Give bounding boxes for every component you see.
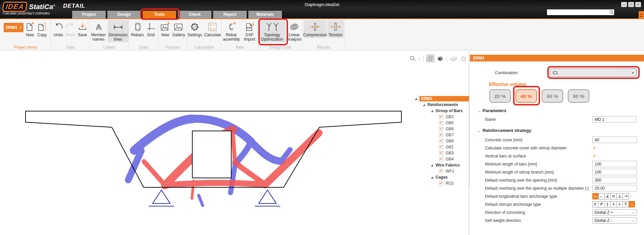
rebar-assembly-button[interactable]: Rebar assembly (222, 20, 241, 42)
name-input[interactable] (592, 116, 637, 123)
concrete-cover-input[interactable] (592, 137, 637, 143)
tree-item[interactable]: ◢ ✓ Group of Bars (414, 108, 469, 114)
tree-expander-icon[interactable]: ◢ (423, 103, 428, 106)
stirrup-option-bend-icon[interactable]: ⌈ (604, 201, 611, 207)
ribbon-tab[interactable]: Tools (143, 11, 176, 18)
tree-checkbox[interactable]: ✓ (439, 115, 443, 119)
stirrup-option-hook-icon[interactable]: ↱ (598, 201, 605, 207)
wireframe-view-button[interactable] (426, 55, 434, 62)
close-button[interactable]: × (635, 2, 641, 7)
project-item-selector[interactable]: DRM1 ▾ (4, 23, 24, 32)
anchorage-option-bend-icon[interactable]: ∠ (604, 193, 611, 199)
redo-button[interactable]: Redo (65, 20, 76, 38)
tree-checkbox[interactable]: ✓ (439, 145, 443, 149)
tree-item[interactable]: ◢ ✓ RO1 (414, 180, 469, 186)
more-options-arrow-icon[interactable]: › (630, 194, 631, 198)
stirrup-option-leg-icon[interactable]: ⊦ (616, 201, 623, 207)
copy-project-item-button[interactable]: Copy (36, 20, 48, 38)
topology-optimization-button[interactable]: Topology Optimization (259, 20, 286, 42)
grid-button[interactable]: Grid (145, 20, 157, 38)
anchorage-option-straight-icon[interactable]: — (592, 193, 599, 199)
tree-item[interactable]: ◢ ✓ Reinforcements (414, 102, 469, 108)
member-names-button[interactable]: A Member names (90, 20, 107, 42)
ribbon-tab[interactable]: Report (213, 11, 247, 18)
section-chevron-icon[interactable]: ⌄ (478, 109, 481, 113)
stirrup-option-closed-icon[interactable]: ∩ (629, 201, 635, 207)
min-bar-length-input[interactable] (592, 161, 637, 167)
volume-button[interactable]: 80 % (568, 89, 589, 103)
tree-item[interactable]: ◢ ✓ GB8 (414, 138, 469, 144)
tree-expander-icon[interactable]: ◢ (415, 97, 419, 100)
cover-with-stirrup-checkbox[interactable]: ✓ (593, 145, 596, 150)
tree-checkbox[interactable]: ✓ (439, 133, 443, 137)
save-button[interactable]: Save (77, 20, 88, 38)
tree-checkbox[interactable]: ✓ (439, 151, 443, 155)
rebars-button[interactable]: Rebars (130, 20, 145, 38)
tree-item[interactable]: ◢ ✓ GB7 (414, 132, 469, 138)
tree-item[interactable]: ◢ ✓ GB4 (414, 156, 469, 162)
tree-item[interactable]: ◢ ✓ GB6 (414, 126, 469, 132)
linear-analysis-button[interactable]: Linear Analysis (286, 20, 302, 42)
tree-item[interactable]: ◢ ✓ DRM1 (414, 96, 469, 102)
tree-expander-icon[interactable]: ◢ (431, 164, 436, 167)
user-badge[interactable] (639, 11, 644, 19)
tree-checkbox[interactable]: ✓ (439, 157, 443, 161)
dxf-import-button[interactable]: DXF DXF Import (242, 20, 258, 42)
ribbon-tab[interactable]: Materials (248, 11, 282, 18)
section-chevron-icon[interactable]: ⌄ (478, 129, 481, 133)
search-input[interactable] (547, 10, 609, 15)
stirrup-option-tee-icon[interactable]: ⊤ (623, 201, 629, 207)
home-view-button[interactable] (459, 55, 467, 62)
calculate-button[interactable]: + − × ÷ Calculate (203, 20, 221, 38)
anchorage-option-hook-icon[interactable]: ⌐ (598, 193, 605, 199)
anchorage-option-loop-icon[interactable]: ⊂ (610, 193, 617, 199)
clipping-view-button[interactable] (450, 55, 458, 62)
tree-item[interactable]: ◢ ✓ Cages (414, 174, 469, 180)
overhang-opening-input[interactable] (592, 177, 637, 183)
ribbon-tab[interactable]: Check (178, 11, 211, 18)
gallery-button[interactable]: Gallery (171, 20, 186, 38)
maximize-button[interactable]: □ (628, 2, 634, 7)
volume-button[interactable]: 40 % (515, 89, 537, 103)
tree-expander-icon[interactable]: ◢ (431, 176, 436, 179)
ribbon-tab[interactable]: Design (107, 11, 141, 18)
minimize-button[interactable]: – (621, 2, 627, 7)
model-canvas[interactable]: ⌄ (0, 50, 469, 235)
tree-checkbox[interactable]: ✓ (439, 139, 443, 143)
overhang-multiple-input[interactable] (592, 185, 637, 191)
tree-item[interactable]: ◢ ✓ GB2 (414, 114, 469, 120)
stirrup-option-double-hook-icon[interactable]: ⇂ (610, 201, 617, 207)
zoom-dropdown-chevron-icon[interactable]: ⌄ (418, 57, 420, 60)
tree-item[interactable]: ◢ ✓ GB1 (414, 144, 469, 150)
tension-button[interactable]: Tension (327, 20, 344, 38)
min-stirrup-branch-input[interactable] (592, 169, 637, 175)
combination-select[interactable]: C1 ▾ (550, 68, 637, 77)
settings-button[interactable]: </> Settings (187, 20, 203, 38)
volume-button[interactable]: 60 % (542, 89, 563, 103)
concreting-direction-select[interactable]: Global Z + ⌄ (592, 209, 637, 216)
search-box[interactable] (547, 9, 614, 15)
compression-button[interactable]: Compression (304, 20, 327, 38)
tree-item[interactable]: ◢ ✓ GB3 (414, 150, 469, 156)
tree-item[interactable]: ◢ ✓ WF1 (414, 168, 469, 174)
anchorage-option-head-icon[interactable]: ⊥ (616, 193, 623, 199)
new-picture-button[interactable]: New (159, 20, 171, 38)
tree-checkbox[interactable]: ✓ (439, 169, 443, 174)
stirrup-option-corner-icon[interactable]: Γ (592, 201, 599, 207)
vertical-bars-checkbox[interactable]: ✓ (593, 153, 596, 158)
tree-expander-icon[interactable]: ◢ (431, 109, 436, 112)
solid-view-button[interactable] (436, 55, 444, 62)
volume-button[interactable]: 20 % (489, 89, 511, 103)
tree-checkbox[interactable]: ✓ (439, 121, 443, 125)
dimension-lines-button[interactable]: Dimension lines (108, 20, 129, 42)
self-weight-direction-select[interactable]: Global Z - ⌄ (592, 217, 637, 224)
tree-checkbox[interactable]: ✓ (439, 127, 443, 131)
tree-item[interactable]: ◢ ✓ GB5 (414, 120, 469, 126)
zoom-tool-button[interactable] (409, 55, 417, 62)
anchorage-option-plate-icon[interactable]: ⊣ (623, 193, 629, 199)
undo-button[interactable]: Undo (53, 20, 64, 38)
tree-item[interactable]: ◢ ✓ Wire Fabrics (414, 162, 469, 168)
tree-checkbox[interactable]: ✓ (439, 181, 443, 186)
ribbon-tab[interactable]: Project (72, 11, 106, 18)
new-project-item-button[interactable]: New (24, 20, 36, 38)
